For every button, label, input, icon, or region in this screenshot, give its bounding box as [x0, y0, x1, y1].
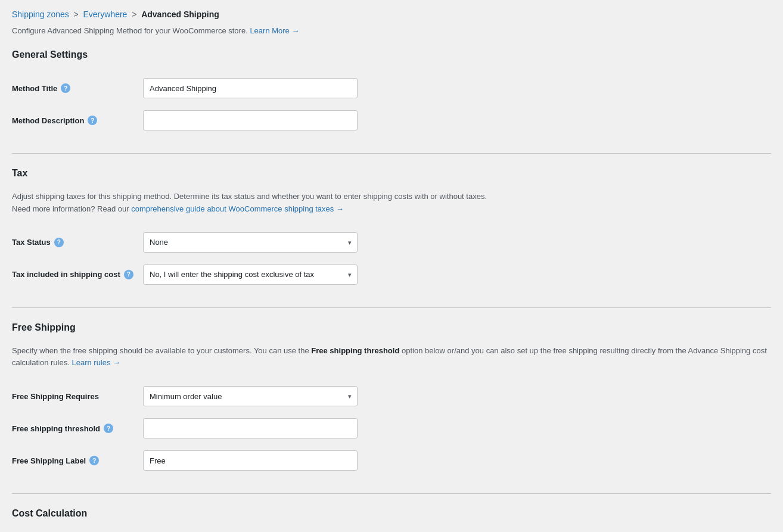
tax-section-title: Tax: [12, 168, 771, 181]
free-shipping-title: Free Shipping: [12, 322, 771, 335]
free-shipping-threshold-bold: Free shipping threshold: [311, 346, 399, 355]
method-title-input[interactable]: [143, 78, 358, 98]
tax-included-row: Tax included in shipping cost ? No, I wi…: [12, 259, 771, 291]
free-shipping-table: Free Shipping Requires Minimum order val…: [12, 380, 771, 477]
divider-3: [12, 493, 771, 494]
tax-included-select-wrap: No, I will enter the shipping cost exclu…: [143, 265, 358, 285]
learn-more-link[interactable]: Learn More →: [250, 26, 299, 35]
tax-included-select[interactable]: No, I will enter the shipping cost exclu…: [143, 265, 358, 285]
tax-settings-table: Tax Status ? None Taxable Not taxable ▾: [12, 226, 771, 291]
tax-description: Adjust shipping taxes for this shipping …: [12, 191, 771, 216]
free-shipping-label-input[interactable]: [143, 450, 358, 471]
cost-calculation-title: Cost Calculation: [12, 508, 771, 521]
breadcrumb-everywhere[interactable]: Everywhere: [83, 10, 127, 19]
tax-guide-link[interactable]: comprehensive guide about WooCommerce sh…: [131, 204, 344, 213]
tax-status-select-wrap: None Taxable Not taxable ▾: [143, 232, 358, 253]
free-shipping-requires-select[interactable]: Minimum order value A coupon A minimum o…: [143, 386, 358, 406]
free-shipping-threshold-input[interactable]: [143, 418, 358, 438]
method-title-row: Method Title ?: [12, 72, 771, 104]
method-description-help-icon[interactable]: ?: [88, 116, 97, 125]
free-shipping-label-row: Free Shipping Label ?: [12, 444, 771, 477]
free-shipping-requires-row: Free Shipping Requires Minimum order val…: [12, 380, 771, 412]
tax-status-select[interactable]: None Taxable Not taxable: [143, 232, 358, 253]
divider-1: [12, 153, 771, 154]
free-shipping-requires-label: Free Shipping Requires: [12, 392, 99, 401]
free-shipping-label-help-icon[interactable]: ?: [89, 456, 99, 465]
method-title-label: Method Title: [12, 84, 57, 93]
breadcrumb: Shipping zones > Everywhere > Advanced S…: [12, 10, 771, 19]
free-shipping-requires-select-wrap: Minimum order value A coupon A minimum o…: [143, 386, 358, 406]
tax-included-help-icon[interactable]: ?: [124, 270, 133, 279]
learn-rules-link[interactable]: Learn rules →: [72, 358, 120, 367]
free-shipping-threshold-label: Free shipping threshold: [12, 424, 100, 433]
breadcrumb-shipping-zones[interactable]: Shipping zones: [12, 10, 69, 19]
free-shipping-threshold-help-icon[interactable]: ?: [104, 424, 113, 433]
page-subtitle: Configure Advanced Shipping Method for y…: [12, 26, 771, 35]
tax-status-row: Tax Status ? None Taxable Not taxable ▾: [12, 226, 771, 259]
method-description-label: Method Description: [12, 116, 84, 125]
tax-included-label: Tax included in shipping cost: [12, 270, 120, 279]
free-shipping-threshold-row: Free shipping threshold ?: [12, 412, 771, 444]
method-description-input[interactable]: [143, 110, 358, 130]
free-shipping-label-label: Free Shipping Label: [12, 456, 86, 465]
tax-status-help-icon[interactable]: ?: [54, 238, 64, 247]
method-description-row: Method Description ?: [12, 104, 771, 136]
divider-2: [12, 307, 771, 308]
general-settings-table: Method Title ? Method Description ?: [12, 72, 771, 136]
breadcrumb-current: Advanced Shipping: [141, 10, 219, 19]
method-title-help-icon[interactable]: ?: [61, 83, 70, 93]
general-settings-title: General Settings: [12, 49, 771, 63]
tax-status-label: Tax Status: [12, 238, 51, 247]
free-shipping-description: Specify when the free shipping should be…: [12, 345, 771, 370]
